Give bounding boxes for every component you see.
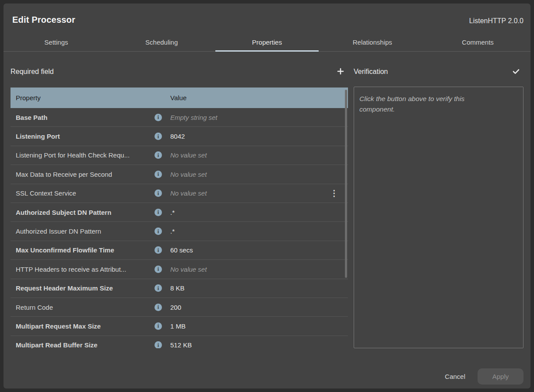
column-header-value: Value — [170, 94, 186, 102]
component-type-label: ListenHTTP 2.0.0 — [469, 17, 523, 25]
property-row[interactable]: Multipart Read Buffer Size 512 KB — [11, 336, 348, 348]
column-header-property: Property — [11, 94, 155, 102]
property-row[interactable]: SSL Context Service No value set — [11, 184, 348, 203]
info-icon[interactable] — [155, 246, 162, 254]
property-name: Multipart Read Buffer Size — [11, 341, 155, 348]
tab-comments[interactable]: Comments — [425, 33, 530, 51]
property-value: 8 KB — [170, 284, 185, 292]
property-value: No value set — [170, 171, 207, 178]
properties-table-body: Base Path Empty string set Listening Por… — [11, 108, 348, 348]
required-field-header: Required field — [11, 61, 348, 82]
property-name: Max Data to Receive per Second — [11, 171, 155, 178]
tab-label: Properties — [252, 38, 282, 46]
property-name: Authorized Subject DN Pattern — [11, 209, 155, 216]
property-row[interactable]: Request Header Maximum Size 8 KB — [11, 279, 348, 298]
plus-icon — [337, 67, 344, 77]
tab-bar: Settings Scheduling Properties Relations… — [4, 33, 530, 52]
info-icon[interactable] — [155, 133, 162, 140]
property-name: Listening Port for Health Check Requ... — [11, 151, 155, 159]
info-icon[interactable] — [155, 266, 162, 273]
tab-label: Comments — [462, 38, 494, 46]
add-property-button[interactable] — [333, 64, 348, 79]
cancel-button[interactable]: Cancel — [444, 369, 466, 384]
property-row[interactable]: Base Path Empty string set — [11, 108, 348, 127]
tab-settings[interactable]: Settings — [4, 33, 109, 51]
property-name: Authorized Issuer DN Pattern — [11, 228, 155, 235]
info-icon[interactable] — [155, 209, 162, 216]
verification-header: Verification — [354, 61, 523, 82]
property-name: Max Unconfirmed Flowfile Time — [11, 246, 155, 254]
property-value: 8042 — [170, 133, 185, 140]
property-value: Empty string set — [170, 114, 218, 121]
info-icon[interactable] — [155, 304, 162, 311]
required-field-label: Required field — [11, 68, 54, 76]
property-value: No value set — [170, 266, 207, 273]
property-row[interactable]: Listening Port 8042 — [11, 127, 348, 146]
info-icon[interactable] — [155, 322, 162, 330]
more-options-icon[interactable] — [330, 189, 338, 197]
info-icon[interactable] — [155, 151, 162, 159]
table-scrollbar[interactable] — [345, 90, 347, 278]
tab-label: Relationships — [353, 38, 392, 46]
verification-label: Verification — [354, 68, 388, 76]
info-icon[interactable] — [155, 189, 162, 197]
tab-label: Scheduling — [145, 38, 178, 46]
property-value: 200 — [170, 304, 181, 311]
property-name: SSL Context Service — [11, 189, 155, 197]
property-value: 512 KB — [170, 341, 192, 348]
property-value: 1 MB — [170, 322, 186, 330]
tab-scheduling[interactable]: Scheduling — [109, 33, 214, 51]
info-icon[interactable] — [155, 341, 162, 348]
property-row[interactable]: HTTP Headers to receive as Attribut... N… — [11, 260, 348, 279]
property-row[interactable]: Authorized Issuer DN Pattern .* — [11, 222, 348, 241]
property-value: .* — [170, 228, 175, 235]
properties-table-header: Property Value — [11, 88, 348, 108]
dialog-footer: Cancel Apply — [444, 368, 523, 385]
info-icon[interactable] — [155, 228, 162, 235]
property-row[interactable]: Max Data to Receive per Second No value … — [11, 165, 348, 184]
property-name: Request Header Maximum Size — [11, 284, 155, 292]
dialog-title: Edit Processor — [12, 15, 75, 25]
info-icon[interactable] — [155, 171, 162, 178]
property-value: .* — [170, 209, 175, 216]
verification-placeholder: Click the button above to verify this co… — [359, 94, 497, 115]
info-icon[interactable] — [155, 114, 162, 121]
property-row[interactable]: Multipart Request Max Size 1 MB — [11, 317, 348, 336]
info-icon[interactable] — [155, 284, 162, 292]
property-name: Listening Port — [11, 133, 155, 140]
apply-button[interactable]: Apply — [478, 368, 523, 385]
property-value: No value set — [170, 189, 207, 197]
tab-relationships[interactable]: Relationships — [320, 33, 425, 51]
tab-properties[interactable]: Properties — [214, 33, 320, 51]
verification-panel: Click the button above to verify this co… — [354, 87, 523, 348]
properties-table: Property Value Base Path Empty string se… — [11, 88, 348, 348]
property-value: 60 secs — [170, 246, 193, 254]
property-row[interactable]: Authorized Subject DN Pattern .* — [11, 203, 348, 222]
property-row[interactable]: Listening Port for Health Check Requ... … — [11, 146, 348, 165]
property-name: Base Path — [11, 114, 155, 121]
property-row[interactable]: Max Unconfirmed Flowfile Time 60 secs — [11, 241, 348, 260]
property-name: HTTP Headers to receive as Attribut... — [11, 266, 155, 273]
verify-button[interactable] — [509, 64, 523, 79]
property-value: No value set — [170, 151, 207, 159]
property-name: Return Code — [11, 304, 155, 311]
tab-label: Settings — [44, 38, 68, 46]
edit-processor-dialog: Edit Processor ListenHTTP 2.0.0 Settings… — [4, 4, 530, 388]
property-row[interactable]: Return Code 200 — [11, 298, 348, 317]
check-icon — [512, 67, 520, 77]
property-name: Multipart Request Max Size — [11, 322, 155, 330]
